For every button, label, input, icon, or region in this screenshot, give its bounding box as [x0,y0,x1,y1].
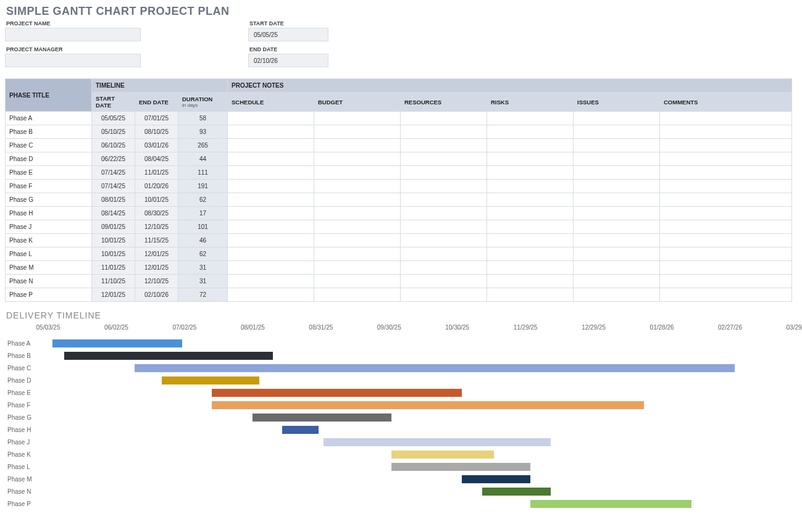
resources-cell[interactable] [401,125,487,139]
project-manager-input[interactable] [5,54,141,67]
risks-cell[interactable] [487,193,574,207]
phase-end-cell[interactable]: 07/01/25 [135,112,178,125]
comments-cell[interactable] [660,152,792,166]
phase-name-cell[interactable]: Phase J [6,220,92,234]
resources-cell[interactable] [401,166,487,180]
table-row[interactable]: Phase G08/01/2510/01/2562 [6,193,792,207]
phase-duration-cell[interactable]: 31 [178,261,228,275]
resources-cell[interactable] [401,180,487,193]
phase-start-cell[interactable]: 05/10/25 [92,125,135,139]
phase-start-cell[interactable]: 10/01/25 [92,247,135,261]
schedule-cell[interactable] [228,247,314,261]
gantt-bar[interactable] [391,451,494,459]
schedule-cell[interactable] [228,152,314,166]
comments-cell[interactable] [660,112,792,125]
phase-name-cell[interactable]: Phase B [6,125,92,139]
resources-cell[interactable] [401,261,487,275]
schedule-cell[interactable] [228,207,314,220]
resources-cell[interactable] [401,139,487,152]
risks-cell[interactable] [487,112,574,125]
phase-start-cell[interactable]: 10/01/25 [92,234,135,247]
start-date-input[interactable] [248,28,328,41]
budget-cell[interactable] [314,220,401,234]
gantt-bar[interactable] [253,414,391,422]
table-row[interactable]: Phase D06/22/2508/04/2544 [6,152,792,166]
risks-cell[interactable] [487,152,574,166]
issues-cell[interactable] [574,288,660,302]
phase-duration-cell[interactable]: 101 [178,220,228,234]
table-row[interactable]: Phase F07/14/2501/20/26191 [6,180,792,193]
table-row[interactable]: Phase J09/01/2512/10/25101 [6,220,792,234]
resources-cell[interactable] [401,288,487,302]
risks-cell[interactable] [487,247,574,261]
gantt-bar[interactable] [391,463,530,471]
phase-end-cell[interactable]: 12/10/25 [135,275,178,288]
issues-cell[interactable] [574,275,660,288]
resources-cell[interactable] [401,220,487,234]
table-row[interactable]: Phase A05/05/2507/01/2558 [6,112,792,125]
issues-cell[interactable] [574,152,660,166]
phase-end-cell[interactable]: 12/10/25 [135,220,178,234]
schedule-cell[interactable] [228,234,314,247]
issues-cell[interactable] [574,112,660,125]
phase-name-cell[interactable]: Phase G [6,193,92,207]
phase-start-cell[interactable]: 07/14/25 [92,166,135,180]
phase-start-cell[interactable]: 11/10/25 [92,275,135,288]
gantt-bar[interactable] [482,488,550,496]
phase-duration-cell[interactable]: 17 [178,207,228,220]
phase-duration-cell[interactable]: 93 [178,125,228,139]
phase-name-cell[interactable]: Phase E [6,166,92,180]
schedule-cell[interactable] [228,261,314,275]
table-row[interactable]: Phase N11/10/2512/10/2531 [6,275,792,288]
table-row[interactable]: Phase B05/10/2508/10/2593 [6,125,792,139]
phase-duration-cell[interactable]: 46 [178,234,228,247]
gantt-bar[interactable] [324,438,551,446]
issues-cell[interactable] [574,247,660,261]
schedule-cell[interactable] [228,112,314,125]
budget-cell[interactable] [314,139,401,152]
comments-cell[interactable] [660,125,792,139]
resources-cell[interactable] [401,112,487,125]
phase-name-cell[interactable]: Phase N [6,275,92,288]
phase-name-cell[interactable]: Phase H [6,207,92,220]
phase-duration-cell[interactable]: 62 [178,193,228,207]
phase-duration-cell[interactable]: 111 [178,166,228,180]
issues-cell[interactable] [574,166,660,180]
phase-name-cell[interactable]: Phase K [6,234,92,247]
phase-name-cell[interactable]: Phase D [6,152,92,166]
phase-name-cell[interactable]: Phase F [6,180,92,193]
phase-start-cell[interactable]: 06/22/25 [92,152,135,166]
phase-end-cell[interactable]: 01/20/26 [135,180,178,193]
schedule-cell[interactable] [228,193,314,207]
issues-cell[interactable] [574,261,660,275]
table-row[interactable]: Phase P12/01/2502/10/2672 [6,288,792,302]
issues-cell[interactable] [574,125,660,139]
schedule-cell[interactable] [228,125,314,139]
phase-end-cell[interactable]: 08/10/25 [135,125,178,139]
resources-cell[interactable] [401,207,487,220]
risks-cell[interactable] [487,139,574,152]
phase-start-cell[interactable]: 06/10/25 [92,139,135,152]
phase-end-cell[interactable]: 10/01/25 [135,193,178,207]
phase-end-cell[interactable]: 12/01/25 [135,261,178,275]
phase-start-cell[interactable]: 09/01/25 [92,220,135,234]
risks-cell[interactable] [487,275,574,288]
phase-start-cell[interactable]: 08/01/25 [92,193,135,207]
phase-end-cell[interactable]: 03/01/26 [135,139,178,152]
gantt-bar[interactable] [282,426,319,434]
risks-cell[interactable] [487,166,574,180]
budget-cell[interactable] [314,261,401,275]
phase-duration-cell[interactable]: 72 [178,288,228,302]
comments-cell[interactable] [660,166,792,180]
comments-cell[interactable] [660,247,792,261]
budget-cell[interactable] [314,234,401,247]
comments-cell[interactable] [660,261,792,275]
schedule-cell[interactable] [228,166,314,180]
risks-cell[interactable] [487,234,574,247]
comments-cell[interactable] [660,275,792,288]
phase-name-cell[interactable]: Phase P [6,288,92,302]
budget-cell[interactable] [314,288,401,302]
phase-duration-cell[interactable]: 265 [178,139,228,152]
comments-cell[interactable] [660,288,792,302]
risks-cell[interactable] [487,261,574,275]
